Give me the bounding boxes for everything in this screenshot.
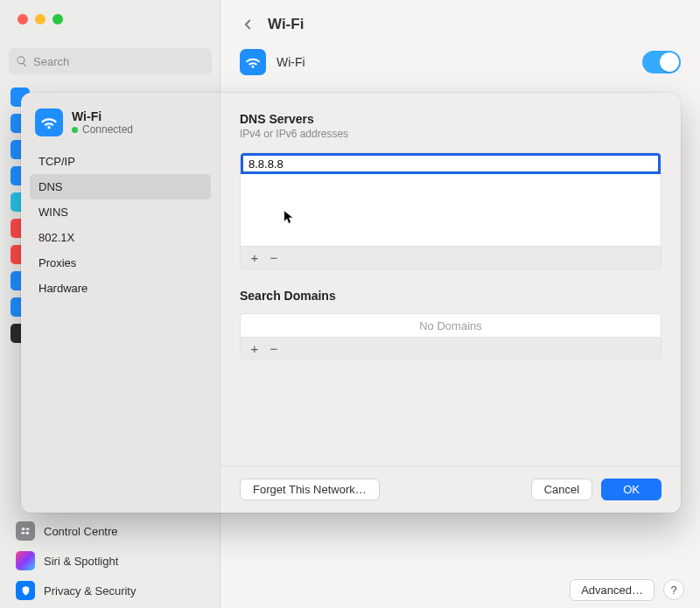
- add-dns-button[interactable]: +: [246, 249, 263, 267]
- sheet-status-label: Connected: [82, 123, 133, 136]
- search-domains-empty: No Domains: [419, 319, 482, 332]
- sidebar-item-label: Control Centre: [44, 525, 118, 538]
- sheet-status: Connected: [72, 123, 133, 136]
- dns-server-row[interactable]: [241, 153, 661, 174]
- svg-rect-2: [21, 532, 24, 534]
- search-icon: [16, 55, 28, 67]
- search-placeholder: Search: [33, 55, 69, 68]
- search-domains-footer: + −: [240, 338, 662, 360]
- sidebar-item-privacy-security[interactable]: Privacy & Security: [9, 576, 212, 605]
- main-header: Wi-Fi: [220, 0, 700, 42]
- search-domains-title: Search Domains: [240, 289, 662, 303]
- sheet-header: Wi-Fi Connected: [30, 105, 211, 149]
- sheet-sidebar: Wi-Fi Connected TCP/IPDNSWINS802.1XProxi…: [21, 93, 220, 513]
- sheet-tab-proxies[interactable]: Proxies: [30, 250, 211, 276]
- close-window-button[interactable]: [18, 14, 28, 24]
- advanced-button[interactable]: Advanced…: [570, 579, 654, 601]
- sidebar-item-siri-spotlight[interactable]: Siri & Spotlight: [9, 546, 212, 576]
- forget-network-button[interactable]: Forget This Network…: [240, 479, 380, 500]
- control-centre-icon: [16, 521, 35, 541]
- sheet-main: DNS Servers IPv4 or IPv6 addresses + − S…: [220, 93, 681, 513]
- siri-icon: [16, 551, 35, 570]
- sidebar-search-input[interactable]: Search: [9, 48, 212, 74]
- sheet-tab-dns[interactable]: DNS: [30, 174, 211, 199]
- window-controls: [18, 14, 63, 24]
- svg-point-3: [26, 532, 29, 535]
- dns-servers-list[interactable]: [240, 152, 662, 247]
- ok-button[interactable]: OK: [601, 479, 662, 500]
- wifi-advanced-sheet: Wi-Fi Connected TCP/IPDNSWINS802.1XProxi…: [21, 93, 681, 513]
- privacy-icon: [16, 581, 35, 600]
- sheet-footer: Forget This Network… Cancel OK: [220, 465, 681, 513]
- wifi-icon: [35, 108, 63, 136]
- sidebar-item-control-centre[interactable]: Control Centre: [9, 516, 212, 546]
- add-search-domain-button[interactable]: +: [246, 340, 263, 358]
- sheet-tab-802-1x[interactable]: 802.1X: [30, 225, 211, 250]
- status-dot-icon: [72, 127, 78, 133]
- search-domains-list[interactable]: No Domains: [240, 313, 662, 338]
- wifi-toggle[interactable]: [642, 51, 681, 73]
- dns-section-title: DNS Servers: [240, 112, 662, 126]
- dns-list-footer: + −: [240, 247, 662, 269]
- cancel-button[interactable]: Cancel: [531, 479, 592, 500]
- wifi-label: Wi-Fi: [276, 55, 632, 69]
- svg-rect-1: [26, 528, 30, 530]
- dns-server-input[interactable]: [243, 157, 658, 171]
- page-title: Wi-Fi: [268, 16, 304, 33]
- sheet-tab-wins[interactable]: WINS: [30, 199, 211, 225]
- fullscreen-window-button[interactable]: [52, 14, 63, 24]
- cursor-icon: [284, 210, 295, 226]
- sidebar-item-label: Privacy & Security: [44, 584, 136, 598]
- wifi-icon: [240, 49, 266, 75]
- sheet-tabs: TCP/IPDNSWINS802.1XProxiesHardware: [30, 149, 211, 301]
- dns-section-subtitle: IPv4 or IPv6 addresses: [240, 128, 662, 140]
- remove-search-domain-button[interactable]: −: [265, 340, 283, 358]
- minimize-window-button[interactable]: [35, 14, 46, 24]
- remove-dns-button[interactable]: −: [265, 249, 283, 267]
- sheet-title: Wi-Fi: [72, 109, 133, 123]
- wifi-master-row: Wi-Fi: [220, 42, 700, 82]
- svg-point-0: [22, 528, 25, 531]
- sidebar-item-label: Siri & Spotlight: [44, 555, 118, 568]
- sheet-tab-tcp-ip[interactable]: TCP/IP: [30, 149, 211, 174]
- sidebar-items-visible: Control Centre Siri & Spotlight Privacy …: [9, 516, 212, 605]
- help-button[interactable]: ?: [663, 579, 684, 600]
- sheet-tab-hardware[interactable]: Hardware: [30, 276, 211, 301]
- back-button-icon[interactable]: [240, 17, 256, 32]
